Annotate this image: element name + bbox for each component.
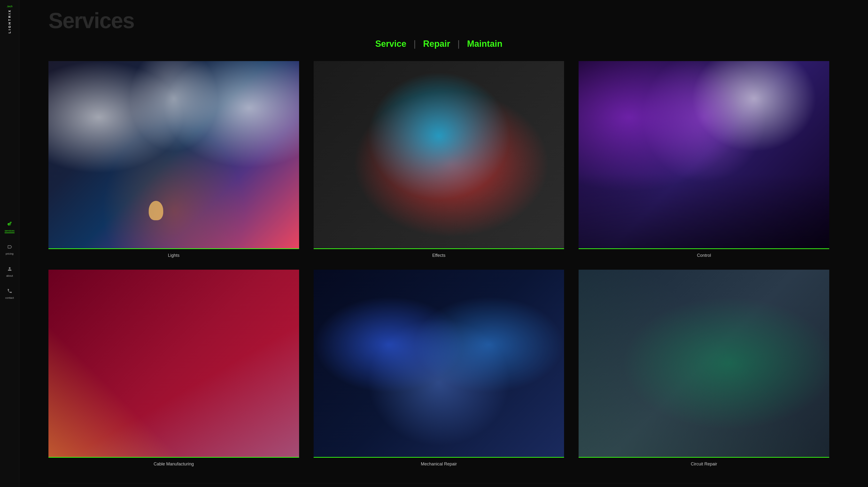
sidebar-item-label-pricing: pricing (6, 252, 13, 255)
mechanical-image (314, 270, 564, 457)
phone-icon (7, 288, 12, 295)
service-card-control[interactable]: Control (579, 61, 829, 260)
page-title: Services (49, 10, 829, 31)
sidebar-item-services[interactable]: services (2, 219, 17, 235)
tag-icon (7, 244, 12, 251)
lights-image (49, 61, 299, 248)
sidebar-item-contact[interactable]: contact (3, 286, 16, 301)
service-card-circuit[interactable]: Circuit Repair (579, 270, 829, 468)
service-image-effects (314, 61, 564, 249)
brand-logo: .tech LIGHTRIX (7, 5, 12, 33)
services-grid: Lights Effects Control Cable Manufacturi… (49, 61, 829, 468)
effects-image (314, 61, 564, 248)
service-card-effects[interactable]: Effects (314, 61, 564, 260)
service-label-mechanical: Mechanical Repair (314, 458, 564, 468)
sidebar-item-label-about: about (6, 274, 13, 277)
subtitle-bar: Service | Repair | Maintain (49, 39, 829, 49)
subtitle-divider-1: | (414, 39, 416, 49)
service-card-cable[interactable]: Cable Manufacturing (49, 270, 299, 468)
service-image-cable (49, 270, 299, 458)
service-image-mechanical (314, 270, 564, 458)
service-image-control (579, 61, 829, 249)
sidebar-item-pricing[interactable]: pricing (3, 242, 16, 257)
sidebar: .tech LIGHTRIX services pricing (0, 0, 20, 487)
main-content: Services Service | Repair | Maintain Lig… (20, 0, 868, 487)
circuit-image (579, 270, 829, 457)
subtitle-divider-2: | (458, 39, 460, 49)
sidebar-item-label-services: services (5, 229, 14, 233)
service-label-cable: Cable Manufacturing (49, 458, 299, 468)
subtitle-word-service: Service (375, 39, 406, 49)
logo-brand-name: LIGHTRIX (8, 9, 11, 33)
sidebar-item-about[interactable]: about (4, 264, 16, 279)
service-image-lights (49, 61, 299, 249)
service-label-control: Control (579, 249, 829, 260)
wrench-icon (7, 221, 12, 228)
service-card-lights[interactable]: Lights (49, 61, 299, 260)
service-image-circuit (579, 270, 829, 458)
service-card-mechanical[interactable]: Mechanical Repair (314, 270, 564, 468)
sidebar-nav: services pricing about (2, 38, 17, 482)
control-image (579, 61, 829, 248)
service-label-lights: Lights (49, 249, 299, 260)
cable-image (49, 270, 299, 457)
subtitle-word-maintain: Maintain (467, 39, 502, 49)
person-icon (7, 266, 12, 273)
sidebar-item-label-contact: contact (5, 296, 14, 299)
partners-row: AVA Crown M A MeX (49, 483, 829, 487)
subtitle-word-repair: Repair (423, 39, 450, 49)
service-label-circuit: Circuit Repair (579, 458, 829, 468)
service-label-effects: Effects (314, 249, 564, 260)
logo-tech-suffix: .tech (7, 5, 12, 8)
